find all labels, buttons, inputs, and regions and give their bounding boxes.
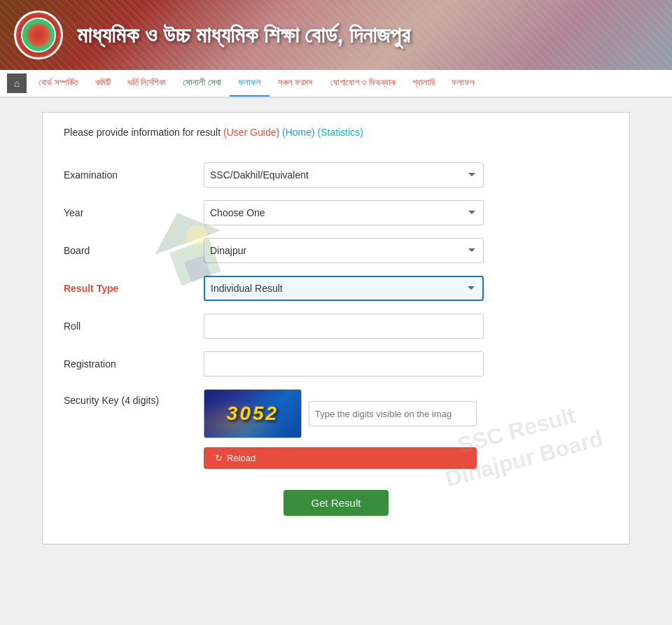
- nav-item-admission[interactable]: ভর্তি নির্দেশিকা: [119, 70, 175, 97]
- security-right: 3052 ↻ Reload: [204, 389, 477, 469]
- statistics-link[interactable]: (Statistics): [318, 127, 363, 138]
- nav-item-forms[interactable]: সকল ফরমস: [270, 70, 322, 97]
- info-bar: Please provide information for result (U…: [64, 127, 608, 145]
- examination-label: Examination: [64, 169, 204, 181]
- main-content: SSC ResultDinajpur Board Please provide …: [0, 98, 672, 588]
- security-key-label: Security Key (4 digits): [64, 389, 204, 406]
- security-row: Security Key (4 digits) 3052 ↻ Reload: [64, 389, 608, 469]
- captcha-image: 3052: [204, 389, 302, 438]
- examination-select[interactable]: SSC/Dakhil/Equivalent HSC/Alim/Equivalen…: [204, 162, 484, 188]
- board-row: Board Dinajpur Dhaka Rajshahi Chittagong…: [64, 238, 608, 263]
- nav-items: বোর্ড সম্পর্কিত কমিটি ভর্তি নির্দেশিকা স…: [30, 70, 483, 97]
- submit-row: Get Result: [64, 490, 608, 516]
- user-guide-link[interactable]: (User Guide): [223, 127, 279, 138]
- registration-row: Registration: [64, 351, 608, 377]
- home-icon[interactable]: ⌂: [7, 73, 27, 93]
- info-text: Please provide information for result: [64, 127, 220, 138]
- captcha-row: 3052: [204, 389, 477, 438]
- nav-bar: ⌂ বোর্ড সম্পর্কিত কমিটি ভর্তি নির্দেশিকা…: [0, 70, 672, 98]
- captcha-value: 3052: [227, 402, 279, 425]
- home-link[interactable]: (Home): [282, 127, 315, 138]
- year-select[interactable]: Choose One 2024 2023 2022 2021 2020: [204, 200, 484, 225]
- roll-label: Roll: [64, 321, 204, 332]
- nav-item-gallery[interactable]: গ্যালারি: [404, 70, 443, 97]
- year-row: Year Choose One 2024 2023 2022 2021 2020: [64, 200, 608, 225]
- registration-label: Registration: [64, 358, 204, 370]
- examination-row: Examination SSC/Dakhil/Equivalent HSC/Al…: [64, 162, 608, 188]
- board-select[interactable]: Dinajpur Dhaka Rajshahi Chittagong Sylhe…: [204, 238, 484, 263]
- logo: [14, 10, 63, 59]
- form-container: SSC ResultDinajpur Board Please provide …: [42, 112, 630, 545]
- refresh-icon: ↻: [215, 453, 223, 463]
- reload-button[interactable]: ↻ Reload: [204, 447, 477, 469]
- reload-label: Reload: [227, 453, 255, 463]
- captcha-input[interactable]: [309, 401, 477, 426]
- page-header: মাধ্যমিক ও উচ্চ মাধ্যমিক শিক্ষা বোর্ড, দ…: [0, 0, 672, 70]
- nav-item-committee[interactable]: কমিটি: [87, 70, 119, 97]
- roll-input[interactable]: [204, 314, 484, 339]
- result-type-label: Result Type: [64, 283, 204, 294]
- result-type-row: Result Type Individual Result Institutio…: [64, 276, 608, 301]
- year-label: Year: [64, 207, 204, 218]
- nav-item-sonali[interactable]: সোনালী সেবা: [174, 70, 230, 97]
- nav-item-contact[interactable]: যোগাযোগ ও ফিডব্যাক: [322, 70, 404, 97]
- header-title: মাধ্যমিক ও উচ্চ মাধ্যমিক শিক্ষা বোর্ড, দ…: [77, 22, 410, 48]
- registration-input[interactable]: [204, 351, 484, 377]
- nav-item-board[interactable]: বোর্ড সম্পর্কিত: [30, 70, 87, 97]
- get-result-button[interactable]: Get Result: [284, 490, 389, 516]
- nav-item-result[interactable]: ফলাফল: [230, 70, 270, 97]
- board-label: Board: [64, 245, 204, 256]
- result-type-select[interactable]: Individual Result Institution Result: [204, 276, 484, 301]
- nav-item-result2[interactable]: ফলাফল: [443, 70, 483, 97]
- roll-row: Roll: [64, 314, 608, 339]
